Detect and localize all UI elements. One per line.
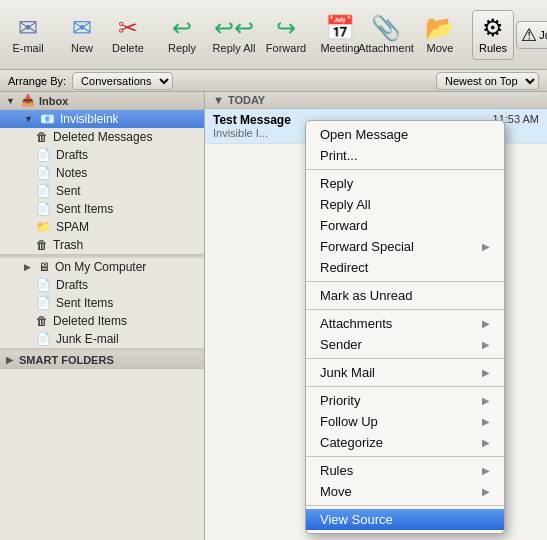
sort-select[interactable]: Newest on Top [436,72,539,90]
arrange-select[interactable]: Conversations [72,72,173,90]
account-label: Invisibleink [60,112,119,126]
attachment-icon: 📎 [371,16,401,40]
sidebar-item-sent[interactable]: 📄 Sent [0,182,204,200]
ctx-attachments[interactable]: Attachments ▶ [306,313,504,334]
ctx-categorize[interactable]: Categorize ▶ [306,432,504,453]
sidebar-item-spam[interactable]: 📁 SPAM [0,218,204,236]
trash-icon: 🗑 [36,238,48,252]
attachments-arrow-icon: ▶ [482,318,490,329]
inbox-header[interactable]: ▼ 📥 Inbox [0,92,204,110]
ctx-mark-unread[interactable]: Mark as Unread [306,285,504,306]
ctx-categorize-label: Categorize [320,435,383,450]
drafts-icon: 📄 [36,148,51,162]
toolbar: ✉ E-mail ✉ New ✂ Delete ↩ Reply ↩↩ Reply… [0,0,547,70]
ctx-open-message[interactable]: Open Message [306,124,504,145]
forward-button[interactable]: ↪ Forward [264,5,308,65]
sidebar-item-on-my-computer[interactable]: ▶ 🖥 On My Computer [0,258,204,276]
sidebar-item-junk-email[interactable]: 📄 Junk E-mail [0,330,204,348]
priority-arrow-icon: ▶ [482,395,490,406]
sidebar-item-oc-deleted[interactable]: 🗑 Deleted Items [0,312,204,330]
arrange-label: Arrange By: [8,75,66,87]
ctx-follow-up-label: Follow Up [320,414,378,429]
spam-icon: 📁 [36,220,51,234]
deleted-messages-label: Deleted Messages [53,130,152,144]
ctx-forward-special-label: Forward Special [320,239,414,254]
sidebar-item-oc-sent-items[interactable]: 📄 Sent Items [0,294,204,312]
ctx-move[interactable]: Move ▶ [306,481,504,502]
notes-icon: 📄 [36,166,51,180]
ctx-view-source[interactable]: View Source [306,509,504,530]
reply-label: Reply [168,42,196,54]
ctx-rules[interactable]: Rules ▶ [306,460,504,481]
ctx-move-label: Move [320,484,352,499]
ctx-mark-unread-label: Mark as Unread [320,288,412,303]
trash-label: Trash [53,238,83,252]
ctx-print-label: Print... [320,148,358,163]
ctx-reply-all[interactable]: Reply All [306,194,504,215]
rules-button[interactable]: ⚙ Rules [472,10,514,60]
account-icon: 📧 [40,112,55,126]
junk-mail-arrow-icon: ▶ [482,367,490,378]
junk-button[interactable]: ⚠ Junk ▼ [516,21,547,49]
ctx-follow-up[interactable]: Follow Up ▶ [306,411,504,432]
drafts-label: Drafts [56,148,88,162]
email-button[interactable]: ✉ E-mail [6,5,50,65]
rules-arrow-icon: ▶ [482,465,490,476]
rules-label: Rules [479,42,507,54]
email-icon: ✉ [18,16,38,40]
spam-label: SPAM [56,220,89,234]
ctx-reply[interactable]: Reply [306,173,504,194]
computer-label: On My Computer [55,260,146,274]
notes-label: Notes [56,166,87,180]
reply-all-button[interactable]: ↩↩ Reply All [206,5,262,65]
meeting-button[interactable]: 📅 Meeting [318,5,362,65]
sidebar-item-deleted-messages[interactable]: 🗑 Deleted Messages [0,128,204,146]
sent-icon: 📄 [36,184,51,198]
inbox-icon: 📥 [21,94,35,107]
new-button[interactable]: ✉ New [60,5,104,65]
ctx-junk-mail-label: Junk Mail [320,365,375,380]
ctx-sender[interactable]: Sender ▶ [306,334,504,355]
computer-icon: 🖥 [38,260,50,274]
ctx-rules-label: Rules [320,463,353,478]
attachment-label: Attachment [358,42,414,54]
sent-items-label: Sent Items [56,202,113,216]
ctx-priority-label: Priority [320,393,360,408]
follow-up-arrow-icon: ▶ [482,416,490,427]
ctx-forward-label: Forward [320,218,368,233]
sidebar-item-drafts[interactable]: 📄 Drafts [0,146,204,164]
ctx-attachments-label: Attachments [320,316,392,331]
sidebar-item-sent-items[interactable]: 📄 Sent Items [0,200,204,218]
ctx-print[interactable]: Print... [306,145,504,166]
delete-label: Delete [112,42,144,54]
oc-deleted-icon: 🗑 [36,314,48,328]
sidebar-item-account[interactable]: ▼ 📧 Invisibleink [0,110,204,128]
junk-email-label: Junk E-mail [56,332,119,346]
delete-button[interactable]: ✂ Delete [106,5,150,65]
forward-icon: ↪ [276,16,296,40]
ctx-forward[interactable]: Forward [306,215,504,236]
reply-button[interactable]: ↩ Reply [160,5,204,65]
deleted-messages-icon: 🗑 [36,130,48,144]
oc-drafts-icon: 📄 [36,278,51,292]
oc-deleted-label: Deleted Items [53,314,127,328]
sidebar-item-trash[interactable]: 🗑 Trash [0,236,204,254]
ctx-sep-5 [306,386,504,387]
move-button[interactable]: 📂 Move [418,5,462,65]
sidebar-item-oc-drafts[interactable]: 📄 Drafts [0,276,204,294]
ctx-junk-mail[interactable]: Junk Mail ▶ [306,362,504,383]
attachment-button[interactable]: 📎 Attachment [364,5,408,65]
ctx-reply-all-label: Reply All [320,197,371,212]
meeting-icon: 📅 [325,16,355,40]
ctx-view-source-label: View Source [320,512,393,527]
day-triangle: ▼ [213,94,224,106]
oc-sent-icon: 📄 [36,296,51,310]
smart-folders-header[interactable]: ▶ SMART FOLDERS [0,352,204,369]
categorize-arrow-icon: ▶ [482,437,490,448]
ctx-forward-special[interactable]: Forward Special ▶ [306,236,504,257]
meeting-label: Meeting [320,42,359,54]
ctx-redirect[interactable]: Redirect [306,257,504,278]
ctx-priority[interactable]: Priority ▶ [306,390,504,411]
sidebar-item-notes[interactable]: 📄 Notes [0,164,204,182]
sort-area: Newest on Top [436,72,539,90]
